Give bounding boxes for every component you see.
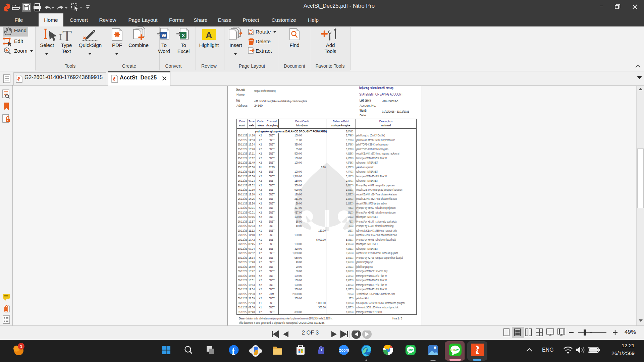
svg-text:zoom: zoom [339,348,349,353]
svg-text:LINE: LINE [408,349,414,352]
svg-text:1: 1 [20,344,22,349]
svg-text:I: I [59,32,62,42]
svg-text:f: f [232,346,235,357]
svg-text:X: X [182,33,185,38]
svg-text:A: A [206,30,212,40]
svg-text:T: T [321,348,323,352]
svg-text:W: W [162,33,167,38]
svg-text:LINE: LINE [451,348,459,352]
